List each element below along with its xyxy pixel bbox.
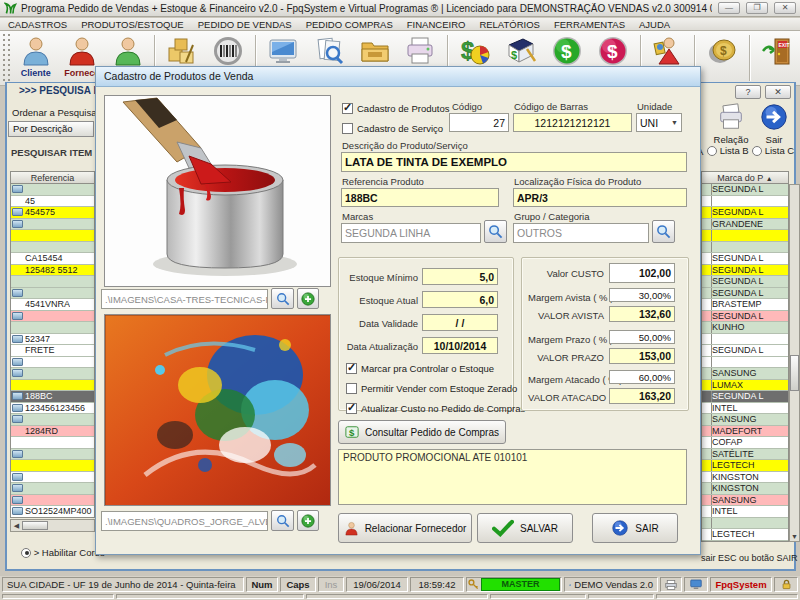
grupo-buscar-button[interactable] — [652, 220, 675, 243]
referencia-row[interactable] — [11, 460, 94, 472]
referencia-row[interactable]: 1284RD — [11, 426, 94, 438]
referencia-row[interactable] — [11, 276, 94, 288]
valor-custo-field[interactable]: 102,00 — [609, 263, 675, 283]
imagem2-adicionar-button[interactable] — [297, 510, 319, 531]
menu-pedido-compras[interactable]: PEDIDO COMPRAS — [306, 19, 393, 30]
dialog-title[interactable]: Cadastro de Produtos de Venda — [96, 67, 700, 87]
marca-row[interactable]: SEGUNDA L — [702, 276, 788, 288]
marca-row[interactable]: LEGTECH — [702, 541, 788, 543]
controlar-estoque-checkbox[interactable]: Marcar pra Controlar o Estoque — [346, 363, 494, 374]
referencia-row[interactable] — [11, 230, 94, 242]
sair-sistema-button[interactable]: EXIT — [754, 33, 800, 83]
left-hscrollbar[interactable]: ◀ — [10, 519, 95, 532]
menu-cadastros[interactable]: CADASTROS — [8, 19, 67, 30]
scroll-left-arrow[interactable]: ◀ — [11, 522, 22, 530]
salvar-button[interactable]: SALVAR — [477, 513, 573, 543]
marca-row[interactable]: SEGUNDA L — [702, 288, 788, 300]
atualizar-custo-checkbox[interactable]: Atualizar Custo no Pedido de Compras — [346, 403, 525, 414]
scroll-down-arrow[interactable]: ▼ — [790, 533, 799, 540]
produto-foto-1[interactable] — [104, 95, 331, 287]
referencia-row[interactable] — [11, 219, 94, 231]
margem-atacado-field[interactable]: 60,00% — [609, 370, 675, 384]
referencia-row[interactable] — [11, 380, 94, 392]
referencia-row[interactable] — [11, 368, 94, 380]
referencia-row[interactable] — [11, 242, 94, 254]
marca-row[interactable] — [702, 196, 788, 208]
referencia-row[interactable] — [11, 414, 94, 426]
close-button[interactable]: ✕ — [774, 2, 796, 14]
marca-row[interactable]: LEGTECH — [702, 460, 788, 472]
right-vscrollbar[interactable]: ▼ — [789, 184, 800, 542]
dialog-sair-button[interactable]: SAIR — [592, 513, 678, 543]
referencia-header[interactable]: Referencia — [10, 171, 95, 184]
pesquisa-help-button[interactable]: ? — [735, 85, 761, 99]
marca-row[interactable] — [702, 357, 788, 369]
localizacao-field[interactable]: APR/3 — [513, 188, 687, 207]
marca-row[interactable]: LUMAX — [702, 380, 788, 392]
hscroll-thumb[interactable] — [22, 521, 48, 530]
referencia-row[interactable]: 454575 — [11, 207, 94, 219]
referencia-row[interactable] — [11, 449, 94, 461]
marca-row[interactable]: SANSUNG — [702, 495, 788, 507]
consultar-pedido-compras-button[interactable]: $ Consultar Pedido de Compras — [338, 420, 506, 444]
vender-estoque-zerado-checkbox[interactable]: Permitir Vender com Estoque Zerado — [346, 383, 517, 394]
marca-row[interactable]: KINGSTON — [702, 483, 788, 495]
lista-c-radio[interactable]: Lista C — [752, 145, 794, 156]
produto-foto-2[interactable] — [104, 314, 331, 506]
referencia-row[interactable]: SO12524MP400 — [11, 506, 94, 518]
marca-row[interactable]: SEGUNDA L — [702, 207, 788, 219]
referencia-row[interactable] — [11, 483, 94, 495]
marca-row[interactable] — [702, 242, 788, 254]
referencia-row[interactable]: 4541VNRA — [11, 299, 94, 311]
pesquisa-sair-button[interactable]: Sair — [755, 102, 793, 145]
margem-avista-field[interactable]: 30,00% — [609, 288, 675, 302]
referencia-row[interactable]: 123456123456 — [11, 403, 94, 415]
marca-row[interactable]: SANSUNG — [702, 414, 788, 426]
margem-prazo-field[interactable]: 50,00% — [609, 330, 675, 344]
referencia-row[interactable] — [11, 288, 94, 300]
estoque-minimo-field[interactable]: 5,0 — [422, 268, 498, 285]
status-computer-panel[interactable] — [684, 577, 708, 592]
referencia-row[interactable] — [11, 472, 94, 484]
cadastro-produtos-checkbox[interactable]: Cadastro de Produtos — [342, 103, 449, 114]
relacionar-fornecedor-button[interactable]: Relacionar Fornecedor — [338, 513, 472, 543]
valor-avista-field[interactable]: 132,60 — [609, 306, 675, 322]
marca-row[interactable]: SANSUNG — [702, 368, 788, 380]
marca-header[interactable]: Marca do P ▲ — [701, 171, 789, 184]
marca-row[interactable]: GRANDENE — [702, 219, 788, 231]
referencia-row[interactable] — [11, 184, 94, 196]
marca-row[interactable]: COFAP — [702, 437, 788, 449]
referencia-row[interactable]: 188BC — [11, 391, 94, 403]
referencia-row[interactable] — [11, 322, 94, 334]
marca-row[interactable]: SEGUNDA L — [702, 265, 788, 277]
imagem2-buscar-button[interactable] — [271, 510, 294, 531]
pesquisa-close-button[interactable]: ✕ — [765, 85, 791, 99]
valor-atacado-field[interactable]: 163,20 — [609, 388, 675, 404]
menu-financeiro[interactable]: FINANCEIRO — [407, 19, 466, 30]
vscroll-thumb[interactable] — [790, 355, 799, 391]
descricao-field[interactable]: LATA DE TINTA DE EXEMPLO — [341, 152, 687, 172]
marca-row[interactable]: BRASTEMP — [702, 299, 788, 311]
marca-row[interactable] — [702, 334, 788, 346]
marca-row[interactable]: SEGUNDA L — [702, 184, 788, 196]
marca-row[interactable]: KINGSTON — [702, 472, 788, 484]
imagem1-buscar-button[interactable] — [271, 288, 294, 309]
unidade-dropdown[interactable]: UNI▼ — [636, 113, 682, 132]
observacao-memo[interactable]: PRODUTO PROMOCIONAL ATE 010101 — [338, 449, 687, 505]
referencia-row[interactable]: CA15454 — [11, 253, 94, 265]
menu-ajuda[interactable]: AJUDA — [639, 19, 670, 30]
menu-pedido-vendas[interactable]: PEDIDO DE VENDAS — [198, 19, 292, 30]
moedas-button[interactable]: $ — [699, 33, 745, 83]
marca-row[interactable]: MADEFORT — [702, 426, 788, 438]
codigo-field[interactable]: 27 — [449, 113, 509, 132]
imagem1-path-field[interactable]: .\IMAGENS\CASA-TRES-TECNICAS-PIN — [101, 289, 268, 309]
referencia-field[interactable]: 188BC — [341, 188, 499, 207]
marca-row[interactable]: SEGUNDA L — [702, 253, 788, 265]
estoque-atual-field[interactable]: 6,0 — [422, 291, 498, 308]
imagem1-adicionar-button[interactable] — [297, 288, 319, 309]
habilitar-cores-radio[interactable]: > Habilitar Cores — [21, 547, 105, 558]
cadastro-servico-checkbox[interactable]: Cadastro de Serviço — [342, 123, 443, 134]
data-atualizacao-field[interactable]: 10/10/2014 — [422, 337, 498, 354]
referencia-row[interactable] — [11, 311, 94, 323]
marca-row[interactable]: LEGTECH — [702, 529, 788, 541]
